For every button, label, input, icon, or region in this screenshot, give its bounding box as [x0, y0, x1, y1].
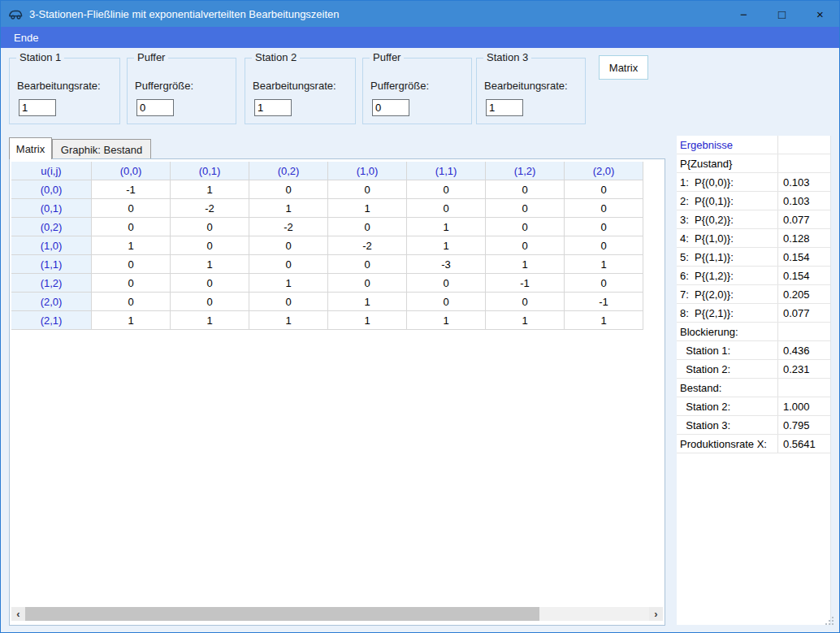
- matrix-cell[interactable]: 0: [249, 255, 328, 274]
- matrix-cell[interactable]: 0: [407, 274, 486, 293]
- matrix-column-header[interactable]: (2,0): [565, 162, 643, 180]
- matrix-cell[interactable]: 0: [486, 293, 565, 311]
- matrix-row-header[interactable]: (0,0): [11, 180, 92, 199]
- matrix-row-header[interactable]: (2,1): [11, 311, 92, 330]
- matrix-cell[interactable]: 0: [171, 274, 249, 293]
- results-row-value[interactable]: [778, 154, 830, 172]
- tab-matrix[interactable]: Matrix: [9, 137, 52, 159]
- matrix-cell[interactable]: 0: [92, 293, 171, 311]
- matrix-column-header[interactable]: (1,1): [407, 162, 486, 180]
- matrix-row-header[interactable]: (0,1): [11, 199, 92, 218]
- matrix-cell[interactable]: -3: [407, 255, 486, 274]
- maximize-button[interactable]: □: [763, 1, 801, 27]
- matrix-cell[interactable]: -2: [171, 199, 249, 218]
- station1-rate-input[interactable]: [19, 99, 56, 116]
- results-row-value[interactable]: 0.103: [778, 173, 830, 191]
- matrix-cell[interactable]: 1: [249, 274, 328, 293]
- matrix-cell[interactable]: 1: [171, 255, 249, 274]
- matrix-cell[interactable]: 1: [407, 218, 486, 236]
- matrix-cell[interactable]: 0: [486, 236, 565, 255]
- matrix-row-header[interactable]: (2,0): [11, 293, 92, 311]
- matrix-cell[interactable]: 0: [328, 218, 407, 236]
- results-row-label[interactable]: 8: P{(2,1)}:: [677, 304, 778, 322]
- matrix-row-header[interactable]: (0,2): [11, 218, 92, 236]
- matrix-cell[interactable]: 1: [249, 311, 328, 330]
- matrix-cell[interactable]: 1: [328, 293, 407, 311]
- matrix-column-header[interactable]: (0,2): [249, 162, 328, 180]
- results-row-value[interactable]: 0.128: [778, 229, 830, 247]
- matrix-cell[interactable]: 0: [249, 236, 328, 255]
- matrix-cell[interactable]: 1: [249, 199, 328, 218]
- matrix-cell[interactable]: 0: [407, 180, 486, 199]
- matrix-cell[interactable]: 0: [407, 293, 486, 311]
- matrix-cell[interactable]: -2: [328, 236, 407, 255]
- results-row-label[interactable]: Station 2:: [677, 397, 778, 415]
- matrix-cell[interactable]: 0: [486, 218, 565, 236]
- results-row-value[interactable]: 0.154: [778, 267, 830, 284]
- matrix-cell[interactable]: 0: [328, 180, 407, 199]
- matrix-cell[interactable]: 0: [92, 199, 171, 218]
- matrix-cell[interactable]: 1: [565, 311, 643, 330]
- matrix-cell[interactable]: -1: [565, 293, 643, 311]
- scrollbar-track[interactable]: [539, 607, 649, 621]
- results-row-value[interactable]: [778, 323, 830, 340]
- results-row-value[interactable]: 0.436: [778, 341, 830, 359]
- station2-rate-input[interactable]: [254, 99, 292, 116]
- matrix-cell[interactable]: 1: [92, 311, 171, 330]
- matrix-cell[interactable]: -1: [486, 274, 565, 293]
- matrix-column-header[interactable]: (0,1): [171, 162, 249, 180]
- results-row-label[interactable]: Station 3:: [677, 416, 778, 434]
- matrix-cell[interactable]: 0: [565, 218, 643, 236]
- matrix-cell[interactable]: 0: [407, 199, 486, 218]
- results-row-value[interactable]: 0.077: [778, 304, 830, 322]
- results-row-value[interactable]: 1.000: [778, 397, 830, 415]
- results-row-value[interactable]: 0.154: [778, 248, 830, 266]
- puffer2-size-input[interactable]: [372, 99, 409, 116]
- results-row-label[interactable]: Station 1:: [677, 341, 778, 359]
- results-row-label[interactable]: 6: P{(1,2)}:: [677, 267, 778, 284]
- matrix-row-header[interactable]: (1,2): [11, 274, 92, 293]
- results-row-value[interactable]: 0.103: [778, 192, 830, 210]
- scroll-left-arrow-icon[interactable]: ‹: [11, 607, 25, 621]
- matrix-cell[interactable]: 1: [407, 311, 486, 330]
- matrix-column-header[interactable]: (0,0): [92, 162, 171, 180]
- matrix-cell[interactable]: 1: [486, 311, 565, 330]
- matrix-row-header[interactable]: (1,1): [11, 255, 92, 274]
- results-row-value[interactable]: 0.205: [778, 285, 830, 303]
- matrix-column-header[interactable]: (1,0): [328, 162, 407, 180]
- matrix-cell[interactable]: 1: [486, 255, 565, 274]
- matrix-cell[interactable]: 0: [249, 180, 328, 199]
- results-row-label[interactable]: 3: P{(0,2)}:: [677, 210, 778, 228]
- results-row-label[interactable]: P{Zustand}: [677, 154, 778, 172]
- scrollbar-thumb[interactable]: [25, 607, 539, 621]
- matrix-cell[interactable]: 0: [565, 236, 643, 255]
- results-row-label[interactable]: Station 2:: [677, 360, 778, 378]
- results-row-label[interactable]: 4: P{(1,0)}:: [677, 229, 778, 247]
- matrix-cell[interactable]: 0: [328, 255, 407, 274]
- menu-item-ende[interactable]: Ende: [1, 27, 51, 48]
- matrix-cell[interactable]: 0: [92, 255, 171, 274]
- matrix-cell[interactable]: 1: [92, 236, 171, 255]
- matrix-cell[interactable]: 0: [486, 199, 565, 218]
- results-row-label[interactable]: 7: P{(2,0)}:: [677, 285, 778, 303]
- tab-graphik-bestand[interactable]: Graphik: Bestand: [52, 139, 151, 159]
- matrix-column-header[interactable]: (1,2): [486, 162, 565, 180]
- matrix-cell[interactable]: 0: [92, 274, 171, 293]
- results-row-label[interactable]: 2: P{(0,1)}:: [677, 192, 778, 210]
- matrix-cell[interactable]: -2: [249, 218, 328, 236]
- station3-rate-input[interactable]: [486, 99, 523, 116]
- results-row-label[interactable]: Produktionsrate X:: [677, 435, 778, 453]
- matrix-button[interactable]: Matrix: [599, 55, 648, 80]
- matrix-cell[interactable]: 1: [565, 255, 643, 274]
- matrix-cell[interactable]: 0: [565, 274, 643, 293]
- puffer1-size-input[interactable]: [136, 99, 174, 116]
- results-row-label[interactable]: 1: P{(0,0)}:: [677, 173, 778, 191]
- results-row-value[interactable]: 0.077: [778, 210, 830, 228]
- results-row-value[interactable]: 0.795: [778, 416, 830, 434]
- matrix-cell[interactable]: 0: [171, 293, 249, 311]
- matrix-cell[interactable]: 1: [407, 236, 486, 255]
- close-button[interactable]: ×: [801, 1, 839, 27]
- matrix-cell[interactable]: 0: [486, 180, 565, 199]
- matrix-corner-header[interactable]: u(i,j): [11, 162, 92, 180]
- results-row-value[interactable]: [778, 379, 830, 397]
